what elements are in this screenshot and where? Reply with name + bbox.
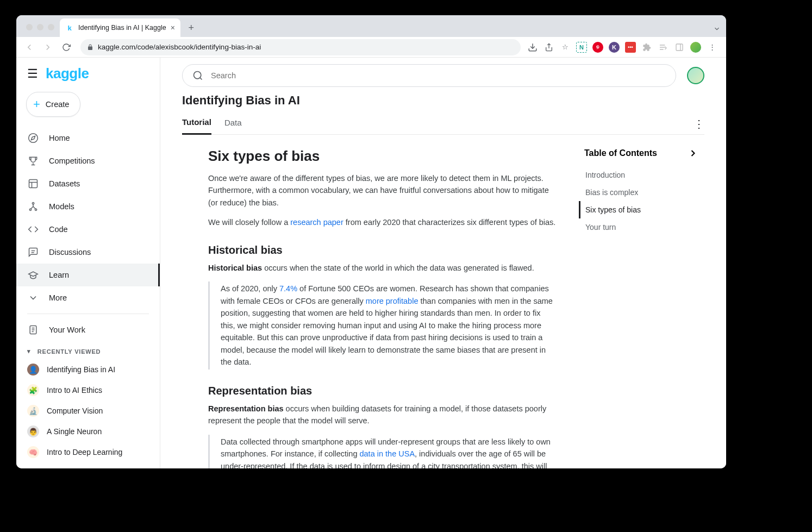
- recent-label: A Single Neuron: [47, 427, 102, 436]
- link-7-4-percent[interactable]: 7.4%: [279, 284, 297, 293]
- nav-label: Datasets: [49, 179, 80, 188]
- search-input[interactable]: [211, 71, 666, 80]
- maximize-window-dot[interactable]: [48, 24, 54, 30]
- svg-line-24: [200, 78, 202, 80]
- toc-item-introduction[interactable]: Introduction: [579, 166, 698, 184]
- recent-thumb: 👨: [27, 425, 39, 437]
- caret-down-icon[interactable]: ▾: [27, 348, 31, 355]
- browser-tab[interactable]: k Identifying Bias in AI | Kaggle ×: [60, 18, 180, 37]
- user-avatar[interactable]: [687, 67, 704, 84]
- recent-label: Identifying Bias in AI: [47, 365, 115, 374]
- kaggle-logo[interactable]: kaggle: [46, 65, 89, 82]
- article-wrap: Six types of bias Once we're aware of th…: [160, 135, 726, 468]
- svg-point-13: [32, 203, 34, 204]
- sidebar: ☰ kaggle + Create Home Competitions Data…: [16, 58, 160, 468]
- top-row: [160, 58, 726, 87]
- link-more-profitable[interactable]: more profitable: [366, 297, 419, 305]
- extension-icons: ☆ N K ••• ⋮: [527, 42, 721, 53]
- nav-datasets[interactable]: Datasets: [16, 172, 160, 195]
- reading-list-icon[interactable]: [658, 42, 669, 53]
- recent-item[interactable]: 👨A Single Neuron: [16, 421, 160, 442]
- graduation-icon: [27, 269, 39, 281]
- lock-icon: [87, 44, 93, 51]
- tab-tutorial[interactable]: Tutorial: [182, 113, 211, 135]
- url-text: kaggle.com/code/alexisbcook/identifying-…: [98, 43, 261, 51]
- paragraph: As of 2020, only 7.4% of Fortune 500 CEO…: [221, 283, 557, 368]
- more-options-icon[interactable]: ⋮: [694, 117, 704, 130]
- nav-label: Home: [49, 134, 70, 142]
- recent-thumb: 🧩: [27, 384, 39, 396]
- create-button[interactable]: + Create: [26, 92, 80, 117]
- nav-label: Discussions: [49, 248, 91, 256]
- close-tab-icon[interactable]: ×: [171, 23, 175, 32]
- extension-pinterest-icon[interactable]: [592, 42, 603, 53]
- new-tab-button[interactable]: +: [184, 20, 199, 35]
- recent-thumb: 🧠: [27, 446, 39, 458]
- download-icon[interactable]: [527, 42, 538, 53]
- recent-item[interactable]: 🧠Intro to Deep Learning: [16, 442, 160, 462]
- svg-point-2: [595, 44, 601, 51]
- extension-notion-icon[interactable]: N: [576, 42, 587, 53]
- nav-label: More: [49, 293, 67, 302]
- recent-thumb: 🔬: [27, 405, 39, 417]
- link-data-in-usa[interactable]: data in the USA: [359, 449, 415, 458]
- toc-item-bias-complex[interactable]: Bias is complex: [579, 184, 698, 201]
- svg-point-15: [35, 209, 36, 210]
- svg-rect-6: [676, 44, 683, 51]
- tab-data[interactable]: Data: [224, 114, 242, 134]
- nav-competitions[interactable]: Competitions: [16, 149, 160, 172]
- paragraph: Data collected through smartphone apps w…: [221, 436, 557, 468]
- nav-code[interactable]: Code: [16, 218, 160, 241]
- chevron-right-icon: [688, 148, 698, 159]
- profile-avatar-icon[interactable]: [690, 42, 701, 53]
- main-panel: Identifying Bias in AI Tutorial Data ⋮ S…: [160, 58, 726, 468]
- extensions-puzzle-icon[interactable]: [641, 42, 652, 53]
- address-bar[interactable]: kaggle.com/code/alexisbcook/identifying-…: [80, 39, 521, 55]
- view-active-events[interactable]: View Active Events: [16, 466, 160, 468]
- hamburger-icon[interactable]: ☰: [27, 67, 38, 81]
- chrome-menu-icon[interactable]: ⋮: [707, 42, 717, 53]
- nav-label: Models: [49, 202, 74, 211]
- recent-item[interactable]: 🧩Intro to AI Ethics: [16, 380, 160, 400]
- create-label: Create: [46, 100, 70, 109]
- nav-more[interactable]: More: [16, 286, 160, 309]
- svg-rect-10: [29, 180, 38, 188]
- negによ-home[interactable]: Home: [16, 127, 160, 149]
- nav-learn[interactable]: Learn: [16, 264, 160, 286]
- toc-header[interactable]: Table of Contents: [579, 148, 698, 159]
- link-research-paper[interactable]: research paper: [290, 218, 343, 227]
- blockquote: As of 2020, only 7.4% of Fortune 500 CEO…: [208, 281, 557, 369]
- recently-viewed-header: ▾RECENTLY VIEWED: [16, 341, 160, 359]
- recent-thumb: 👤: [27, 364, 39, 375]
- extension-red-icon[interactable]: •••: [625, 42, 636, 53]
- page-header: Identifying Bias in AI Tutorial Data ⋮: [160, 87, 726, 135]
- nav-discussions[interactable]: Discussions: [16, 241, 160, 264]
- close-window-dot[interactable]: [26, 24, 33, 30]
- share-icon[interactable]: [544, 42, 554, 53]
- minimize-window-dot[interactable]: [37, 24, 43, 30]
- bookmark-star-icon[interactable]: ☆: [560, 42, 571, 53]
- search-box[interactable]: [182, 64, 676, 87]
- nav-label: Competitions: [49, 157, 95, 165]
- browser-window: k Identifying Bias in AI | Kaggle × + ka…: [16, 15, 726, 468]
- trophy-icon: [27, 155, 39, 167]
- extension-k-icon[interactable]: K: [609, 42, 620, 53]
- toc-item-your-turn[interactable]: Your turn: [579, 218, 698, 236]
- sidepanel-icon[interactable]: [674, 42, 685, 53]
- nav-models[interactable]: Models: [16, 195, 160, 218]
- svg-point-8: [29, 134, 38, 143]
- tab-overflow-icon[interactable]: [713, 25, 721, 33]
- toc-item-six-types[interactable]: Six types of bias: [579, 201, 698, 218]
- recent-label: Intro to AI Ethics: [47, 386, 102, 395]
- code-icon: [27, 223, 39, 235]
- reload-button[interactable]: [59, 40, 74, 55]
- kaggle-favicon: k: [65, 23, 74, 32]
- back-button[interactable]: [22, 40, 37, 55]
- forward-button[interactable]: [40, 40, 55, 55]
- paragraph: Once we're aware of the different types …: [208, 172, 557, 209]
- traffic-lights: [22, 24, 60, 37]
- nav-your-work[interactable]: Your Work: [16, 318, 160, 341]
- recent-item[interactable]: 🔬Computer Vision: [16, 400, 160, 421]
- recent-item[interactable]: 👤Identifying Bias in AI: [16, 359, 160, 380]
- table-of-contents: Table of Contents Introduction Bias is c…: [579, 135, 709, 468]
